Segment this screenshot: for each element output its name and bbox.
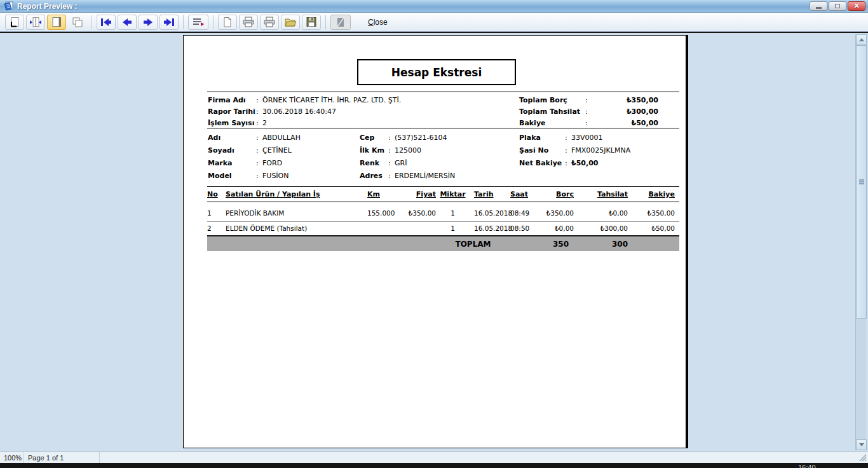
last-page-button[interactable] [159,15,179,30]
report-app-icon [4,1,14,11]
cell-urun: PERİYODİK BAKIM [226,209,367,217]
colon [585,95,592,106]
goto-page-button[interactable] [188,15,208,30]
image-tool-button-disabled [330,15,351,30]
field-label: Toplam Tahsilat [519,106,585,118]
fit-width-button[interactable] [26,15,45,30]
customer-column-3: Plaka33V0001 Şasi NoFMX0025JKLMNA Net Ba… [519,132,630,170]
close-preview-button[interactable]: Close [362,16,394,29]
cell-no: 1 [207,209,226,217]
field-label: Şasi No [519,144,565,157]
titlebar: Report Preview : ✕ [0,0,868,13]
total-borc: 350 [532,240,574,249]
col-header-tahsilat: Tahsilat [574,190,628,198]
colon [388,170,395,182]
table-row: 1 PERİYODİK BAKIM 155.000 ₺350,00 1 16.0… [207,209,679,217]
print-button[interactable] [260,15,279,30]
field-value: FORD [262,157,282,170]
cell-tarih: 16.05.2018 [470,209,510,217]
printer-setup-button[interactable] [239,15,258,30]
open-folder-icon [284,17,297,27]
field-value: ₺50,00 [571,157,598,170]
cell-miktar: 1 [436,224,470,232]
total-label: TOPLAM [436,240,510,249]
colon [388,132,395,144]
field-value: ₺300,00 [592,106,658,118]
open-report-button[interactable] [281,15,300,30]
customer-column-1: AdıABDULLAH SoyadıÇETİNEL MarkaFORD Mode… [208,132,301,182]
field-label: Cep [360,132,388,144]
scroll-up-button[interactable] [856,34,867,45]
field-label: Model [208,170,256,182]
vertical-scrollbar[interactable] [855,34,866,450]
minimize-button[interactable] [810,1,827,11]
print-icon [263,17,276,27]
field-value: ₺350,00 [592,95,658,106]
colon [565,132,571,144]
multi-page-icon [72,17,83,28]
previous-page-button[interactable] [118,15,137,30]
colon [256,170,262,182]
divider [207,186,679,187]
table-row: 2 ELDEN ÖDEME (Tahsilat) 1 16.05.2018 08… [207,224,679,232]
page-indicator: Page 1 of 1 [24,452,100,463]
field-label: Net Bakiye [519,157,565,170]
col-header-no: No [207,190,226,198]
field-value: FUSİON [262,170,289,182]
colon [388,144,395,157]
previous-page-icon [121,17,133,27]
minimize-icon [816,7,822,9]
preview-area: Hesap Ekstresi Firma AdıÖRNEK TİCARET İT… [0,32,868,451]
scroll-down-button[interactable] [856,439,867,450]
toolbar: Close [0,13,868,32]
customer-column-2: Cep(537)521-6104 İlk Km125000 RenkGRİ Ad… [360,132,455,182]
field-value: ERDEMLİ/MERSİN [395,170,455,182]
field-value: ÇETİNEL [262,144,292,157]
page-setup-button[interactable] [218,15,237,30]
cell-no: 2 [207,224,226,232]
cell-saat: 08:49 [510,209,532,217]
report-title: Hesap Ekstresi [391,66,482,79]
multi-page-button[interactable] [68,15,87,30]
restore-button[interactable] [829,1,846,11]
resize-grip[interactable] [858,453,867,462]
scrollbar-thumb[interactable] [856,45,867,319]
info-row: Toplam Borç₺350,00 [519,95,658,106]
field-value: GRİ [395,157,407,170]
col-header-miktar: Miktar [436,190,470,198]
cell-urun: ELDEN ÖDEME (Tahsilat) [226,224,367,232]
field-label: Adres [360,170,388,182]
cell-fiyat: ₺350,00 [397,209,436,217]
info-row: Firma AdıÖRNEK TİCARET İTH. İHR. PAZ. LT… [208,95,401,106]
toolbar-separator [213,15,214,29]
cell-saat: 08:50 [510,224,532,232]
first-page-button[interactable] [97,15,116,30]
close-window-button[interactable]: ✕ [848,1,865,11]
cell-fiyat [397,224,436,232]
next-page-button[interactable] [139,15,158,30]
toolbar-separator [92,15,92,29]
close-icon: ✕ [853,3,859,10]
restore-icon [835,4,840,8]
col-header-tarih: Tarih [470,190,510,198]
field-label: Toplam Borç [519,95,585,106]
statusbar: 100% Page 1 of 1 [0,451,868,463]
fit-page-icon [10,17,20,28]
zoom-100-icon [51,17,62,28]
colon [256,144,262,157]
col-header-fiyat: Fiyat [397,190,436,198]
cell-tahsilat: ₺0,00 [574,209,628,217]
field-label: Renk [360,157,388,170]
arrow-up-icon [859,38,864,41]
fit-page-button[interactable] [5,15,24,30]
field-value: ABDULLAH [262,132,301,144]
field-label: İlk Km [360,144,388,157]
zoom-100-button[interactable] [47,15,66,30]
total-row: TOPLAM 350 300 [207,237,679,251]
goto-page-icon [193,18,204,27]
colon [565,144,571,157]
save-report-button[interactable] [302,15,321,30]
field-label: Marka [208,157,256,170]
info-row: Rapor Tarihi30.06.2018 16:40:47 [208,106,401,118]
colon [256,157,262,170]
